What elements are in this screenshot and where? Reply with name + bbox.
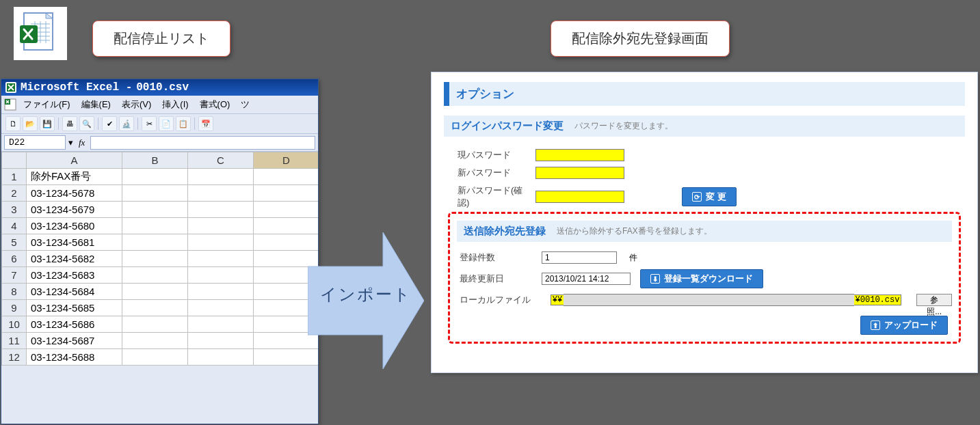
row-header[interactable]: 4 [2,218,27,234]
menu-file[interactable]: ファイル(F) [19,97,75,112]
row-header[interactable]: 1 [2,169,27,185]
cell[interactable] [122,202,188,218]
cell[interactable]: 03-1234-5683 [27,267,122,284]
tbtn-save-icon[interactable]: 💾 [40,116,55,131]
row-header[interactable]: 5 [2,234,27,251]
cell[interactable] [188,300,254,316]
cell[interactable] [122,234,188,251]
count-input[interactable] [542,251,617,264]
menu-format[interactable]: 書式(O) [196,97,235,112]
cell[interactable] [122,251,188,267]
cell[interactable] [188,267,254,284]
row-header[interactable]: 6 [2,251,27,267]
cell[interactable] [122,316,188,333]
cell[interactable]: 03-1234-5686 [27,316,122,333]
cell[interactable] [122,349,188,366]
table-row[interactable]: 203-1234-5678 [2,185,319,202]
row-header[interactable]: 9 [2,300,27,316]
cell[interactable]: 03-1234-5681 [27,234,122,251]
updated-input[interactable] [542,273,631,285]
table-row[interactable]: 803-1234-5684 [2,284,319,300]
table-row[interactable]: 403-1234-5680 [2,218,319,234]
col-header-B[interactable]: B [122,152,188,169]
new-password-input[interactable] [535,167,624,179]
cell[interactable] [188,218,254,234]
upload-button[interactable]: ⬆ アップロード [860,316,948,335]
menu-tools-trunc[interactable]: ツ [237,97,254,112]
file-path-input[interactable]: ¥¥ ¥0010.csv [551,294,902,306]
cell[interactable] [188,316,254,333]
cell[interactable] [188,284,254,300]
fx-label[interactable]: fx [79,137,85,148]
cell[interactable] [254,218,319,234]
cell[interactable]: 03-1234-5682 [27,251,122,267]
table-row[interactable]: 703-1234-5683 [2,267,319,284]
table-row[interactable]: 603-1234-5682 [2,251,319,267]
row-header[interactable]: 7 [2,267,27,284]
table-row[interactable]: 303-1234-5679 [2,202,319,218]
formula-input[interactable] [90,136,315,150]
row-header[interactable]: 8 [2,284,27,300]
cell[interactable] [122,284,188,300]
change-password-button[interactable]: ⟳ 変 更 [682,187,737,206]
cell[interactable] [122,185,188,202]
cell[interactable] [254,185,319,202]
name-box[interactable]: D22 [4,135,66,150]
row-header[interactable]: 11 [2,333,27,349]
cell[interactable]: 03-1234-5679 [27,202,122,218]
tbtn-spellcheck-icon[interactable]: ✔ [102,116,117,131]
cell[interactable] [254,169,319,185]
cell[interactable] [188,234,254,251]
cell[interactable]: 除外FAX番号 [27,169,122,185]
current-password-input[interactable] [535,149,624,161]
cell[interactable] [188,333,254,349]
cell[interactable]: 03-1234-5688 [27,349,122,366]
cell[interactable] [122,169,188,185]
menu-edit[interactable]: 編集(E) [77,97,115,112]
cell[interactable] [188,202,254,218]
browse-button[interactable]: 参照... [916,294,952,306]
cell[interactable] [188,169,254,185]
tbtn-cut-icon[interactable]: ✂ [142,116,157,131]
tbtn-print-icon[interactable]: 🖶 [62,116,77,131]
tbtn-copy-icon[interactable]: 📄 [159,116,174,131]
tbtn-new-icon[interactable]: 🗋 [5,116,21,131]
select-all-corner[interactable] [2,152,27,169]
cell[interactable] [122,300,188,316]
row-header[interactable]: 2 [2,185,27,202]
tbtn-open-icon[interactable]: 📂 [23,116,38,131]
col-header-A[interactable]: A [27,152,122,169]
cell[interactable]: 03-1234-5684 [27,284,122,300]
cell[interactable] [188,251,254,267]
cell[interactable]: 03-1234-5678 [27,185,122,202]
cell[interactable] [188,349,254,366]
cell[interactable]: 03-1234-5687 [27,333,122,349]
col-header-D[interactable]: D [254,152,319,169]
tbtn-preview-icon[interactable]: 🔍 [79,116,94,131]
tbtn-research-icon[interactable]: 🔬 [119,116,134,131]
cell[interactable]: 03-1234-5680 [27,218,122,234]
tbtn-date-icon[interactable]: 📅 [198,116,213,131]
table-row[interactable]: 1103-1234-5687 [2,333,319,349]
download-list-button[interactable]: ⬇ 登録一覧ダウンロード [640,269,763,288]
tbtn-paste-icon[interactable]: 📋 [176,116,191,131]
cell[interactable] [254,202,319,218]
cell[interactable] [188,185,254,202]
confirm-password-input[interactable] [535,191,624,203]
table-row[interactable]: 1003-1234-5686 [2,316,319,333]
cell[interactable] [122,218,188,234]
row-header[interactable]: 10 [2,316,27,333]
menu-insert[interactable]: 挿入(I) [158,97,192,112]
table-row[interactable]: 1203-1234-5688 [2,349,319,366]
cell[interactable] [122,333,188,349]
col-header-C[interactable]: C [188,152,254,169]
excel-sheet[interactable]: A B C D 1除外FAX番号203-1234-5678303-1234-56… [1,152,318,366]
table-row[interactable]: 503-1234-5681 [2,234,319,251]
cell[interactable]: 03-1234-5685 [27,300,122,316]
row-header[interactable]: 3 [2,202,27,218]
row-header[interactable]: 12 [2,349,27,366]
cell[interactable] [122,267,188,284]
table-row[interactable]: 903-1234-5685 [2,300,319,316]
menu-view[interactable]: 表示(V) [118,97,155,112]
table-row[interactable]: 1除外FAX番号 [2,169,319,185]
